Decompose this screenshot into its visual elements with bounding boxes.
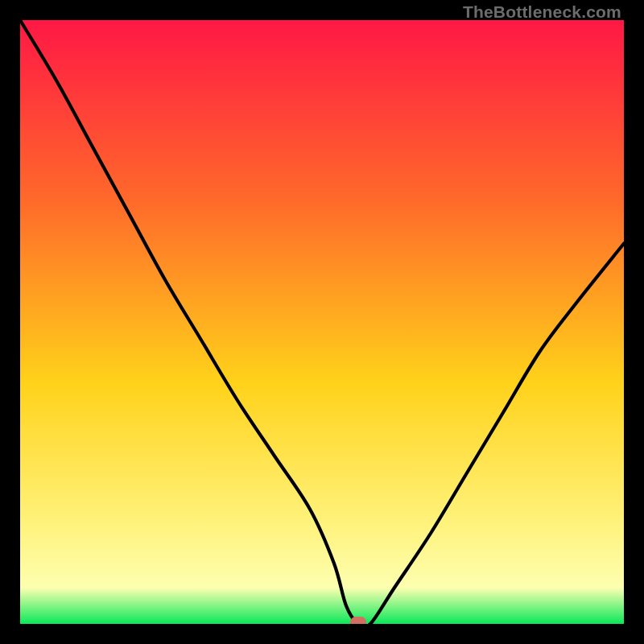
chart-frame: TheBottleneck.com [0,0,644,644]
minimum-marker [350,617,366,624]
chart-svg [20,20,624,624]
watermark-text: TheBottleneck.com [463,2,621,22]
plot-area [20,20,624,624]
